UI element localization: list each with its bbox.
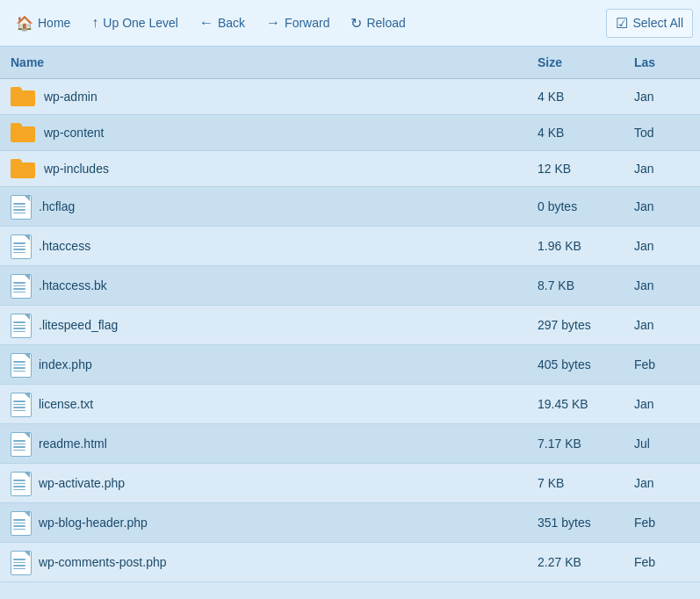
select-all-label: Select All: [632, 16, 683, 30]
file-size-cell: 4 KB: [527, 115, 624, 151]
name-content: wp-admin: [11, 87, 516, 106]
reload-icon: ↻: [350, 15, 362, 32]
table-row[interactable]: wp-comments-post.php2.27 KBFeb: [0, 543, 700, 582]
table-row[interactable]: .htaccess1.96 KBJan: [0, 227, 700, 266]
select-all-icon: ☑: [616, 15, 628, 32]
home-button[interactable]: 🏠 Home: [7, 10, 79, 37]
file-icon: [11, 195, 30, 218]
name-content: wp-blog-header.php: [11, 511, 516, 534]
file-name-text: wp-includes: [44, 162, 109, 176]
col-name-header[interactable]: Name: [0, 47, 527, 79]
file-name-cell: .htaccess: [0, 227, 527, 266]
back-label: Back: [218, 16, 245, 30]
file-name-text: .hcflag: [39, 199, 75, 213]
file-size-cell: 297 bytes: [527, 306, 624, 345]
up-one-level-button[interactable]: ↑ Up One Level: [83, 10, 187, 36]
file-size-cell: 8.7 KB: [527, 266, 624, 306]
table-row[interactable]: index.php405 bytesFeb: [0, 345, 700, 385]
table-row[interactable]: .hcflag0 bytesJan: [0, 187, 700, 227]
table-row[interactable]: wp-activate.php7 KBJan: [0, 464, 700, 503]
up-label: Up One Level: [103, 16, 178, 30]
file-name-cell: index.php: [0, 345, 527, 385]
forward-icon: →: [266, 15, 280, 31]
file-icon: [11, 314, 30, 336]
file-name-text: license.txt: [39, 397, 93, 411]
name-content: wp-includes: [11, 159, 516, 178]
file-size-cell: 0 bytes: [527, 187, 624, 227]
file-name-text: wp-content: [44, 126, 104, 140]
file-name-text: wp-blog-header.php: [39, 516, 148, 530]
file-name-cell: wp-content: [0, 115, 527, 151]
name-content: readme.html: [11, 432, 516, 455]
file-icon: [11, 393, 30, 415]
file-name-text: .litespeed_flag: [39, 318, 118, 332]
file-date-cell: Jan: [624, 266, 700, 306]
name-content: license.txt: [11, 393, 516, 415]
file-name-text: index.php: [39, 357, 92, 372]
folder-icon: [11, 159, 35, 178]
file-name-text: wp-admin: [44, 90, 97, 104]
file-date-cell: Jan: [624, 385, 700, 424]
table-row[interactable]: wp-includes12 KBJan: [0, 151, 700, 187]
file-icon: [11, 472, 30, 494]
table-row[interactable]: license.txt19.45 KBJan: [0, 385, 700, 424]
file-date-cell: Jul: [624, 424, 700, 464]
file-date-cell: Jan: [624, 187, 700, 227]
name-content: .litespeed_flag: [11, 314, 516, 336]
name-content: wp-content: [11, 123, 516, 142]
name-content: .htaccess: [11, 235, 516, 257]
file-size-cell: 2.27 KB: [527, 543, 624, 582]
file-date-cell: Feb: [624, 503, 700, 543]
home-icon: 🏠: [16, 15, 33, 32]
table-row[interactable]: .litespeed_flag297 bytesJan: [0, 306, 700, 345]
up-icon: ↑: [91, 15, 98, 31]
file-icon: [11, 274, 30, 297]
file-size-cell: 1.96 KB: [527, 227, 624, 266]
name-content: .htaccess.bk: [11, 274, 516, 297]
file-name-cell: wp-activate.php: [0, 464, 527, 503]
forward-button[interactable]: → Forward: [257, 10, 338, 36]
file-name-text: .htaccess.bk: [39, 278, 107, 292]
file-icon: [11, 511, 30, 534]
file-size-cell: 7.17 KB: [527, 424, 624, 464]
file-date-cell: Jan: [624, 79, 700, 115]
reload-button[interactable]: ↻ Reload: [342, 10, 414, 37]
file-name-cell: wp-comments-post.php: [0, 543, 527, 582]
file-name-cell: wp-blog-header.php: [0, 503, 527, 543]
back-icon: ←: [199, 15, 213, 31]
forward-label: Forward: [285, 16, 329, 30]
home-label: Home: [38, 16, 70, 30]
table-row[interactable]: wp-admin4 KBJan: [0, 79, 700, 115]
name-content: index.php: [11, 353, 516, 376]
file-date-cell: Feb: [624, 345, 700, 385]
col-last-header: Las: [624, 47, 700, 79]
file-date-cell: Jan: [624, 464, 700, 503]
file-date-cell: Tod: [624, 115, 700, 151]
table-header-row: Name Size Las: [0, 47, 700, 79]
table-row[interactable]: .htaccess.bk8.7 KBJan: [0, 266, 700, 306]
file-name-cell: readme.html: [0, 424, 527, 464]
file-icon: [11, 551, 30, 574]
file-size-cell: 351 bytes: [527, 503, 624, 543]
table-row[interactable]: wp-content4 KBTod: [0, 115, 700, 151]
select-all-button[interactable]: ☑ Select All: [606, 9, 693, 38]
file-name-cell: license.txt: [0, 385, 527, 424]
file-size-cell: 4 KB: [527, 79, 624, 115]
file-name-text: wp-activate.php: [39, 476, 125, 490]
toolbar: 🏠 Home ↑ Up One Level ← Back → Forward ↻…: [0, 0, 700, 47]
file-icon: [11, 235, 30, 257]
file-size-cell: 12 KB: [527, 151, 624, 187]
reload-label: Reload: [366, 16, 405, 30]
file-name-cell: wp-includes: [0, 151, 527, 187]
folder-icon: [11, 87, 35, 106]
file-table: Name Size Las wp-admin4 KBJanwp-content4…: [0, 47, 700, 582]
file-name-text: readme.html: [39, 437, 107, 451]
file-date-cell: Jan: [624, 151, 700, 187]
file-date-cell: Jan: [624, 306, 700, 345]
table-row[interactable]: wp-blog-header.php351 bytesFeb: [0, 503, 700, 543]
table-row[interactable]: readme.html7.17 KBJul: [0, 424, 700, 464]
file-icon: [11, 432, 30, 455]
folder-icon: [11, 123, 35, 142]
back-button[interactable]: ← Back: [191, 10, 254, 36]
col-size-header: Size: [527, 47, 624, 79]
